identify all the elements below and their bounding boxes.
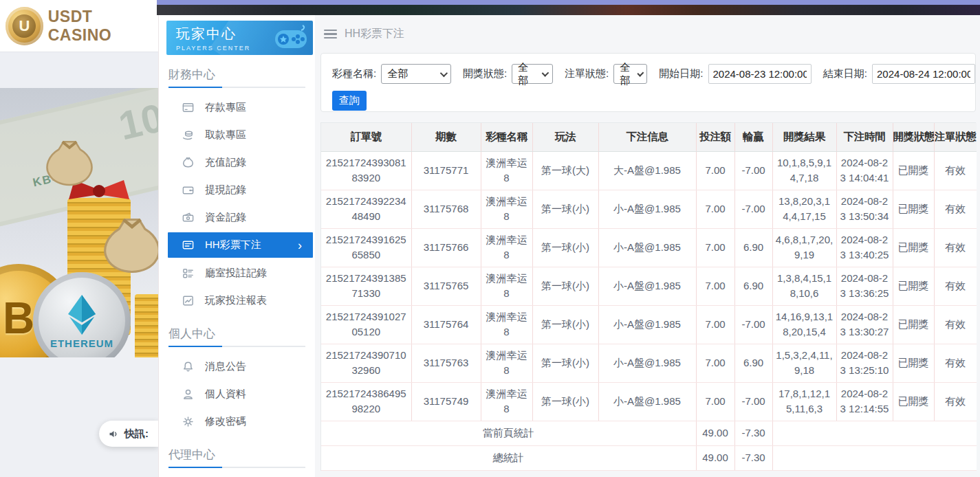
table-cell: 有效 (934, 190, 977, 228)
table-cell: 第一球(小) (532, 228, 598, 267)
money-bag-graphic (40, 131, 99, 197)
sidebar-item-withdraw-hand[interactable]: 取款專區 (159, 121, 315, 148)
table-cell: 2024-08-23 13:30:27 (836, 305, 893, 344)
table-cell: 澳洲幸运8 (481, 228, 532, 267)
end-date-label: 結束日期: (823, 67, 867, 80)
table-cell: 澳洲幸运8 (481, 344, 532, 382)
search-button[interactable]: 查詢 (332, 91, 367, 111)
table-cell: 已開獎 (893, 190, 934, 228)
sidebar-item-report[interactable]: 玩家投注報表 (159, 287, 315, 314)
column-header: 開獎狀態 (893, 123, 934, 151)
table-cell: 有效 (934, 305, 977, 344)
table-cell: 7.00 (696, 190, 734, 228)
table-cell: -7.00 (734, 305, 772, 344)
table-cell: 17,8,1,12,15,11,6,3 (772, 382, 836, 421)
report-icon (182, 294, 195, 307)
summary-bet-total: 49.00 (696, 445, 734, 470)
table-cell: 6.90 (734, 228, 772, 267)
withdraw-hand-icon (182, 129, 195, 142)
sidebar-item-hall-record[interactable]: 廳室投註記錄 (159, 259, 315, 287)
table-cell: 2152172439162565850 (321, 228, 411, 267)
table-cell: 31175765 (411, 267, 481, 305)
news-ticker-label: 快訊: (124, 428, 149, 441)
brand-logo-icon: U (6, 7, 43, 45)
money-bag-graphic (96, 206, 158, 286)
table-cell: 2024-08-23 12:14:55 (836, 382, 893, 421)
sidebar-item-document[interactable]: 代理規則說明 (159, 474, 315, 477)
table-cell: 小-A盤@1.985 (598, 228, 696, 267)
sidebar-item-deposit-card[interactable]: 存款專區 (159, 93, 315, 121)
section-divider (168, 346, 305, 347)
table-row: 215217243916256585031175766澳洲幸运8第一球(小)小-… (321, 228, 977, 267)
page-title: HH彩票下注 (345, 27, 404, 41)
table-cell: 4,6,8,1,7,20,9,19 (772, 228, 836, 267)
table-cell: 2024-08-23 13:40:25 (836, 228, 893, 267)
sidebar-item-funds[interactable]: 資金記錄 (159, 203, 315, 231)
column-header: 玩法 (532, 123, 598, 151)
sidebar-item-moneybag[interactable]: 充值記錄 (159, 148, 315, 176)
table-cell: 1,5,3,2,4,11,9,18 (772, 344, 836, 382)
sidebar-section-title: 代理中心 (168, 447, 305, 463)
left-pane-footer (0, 357, 158, 477)
table-cell: 大-A盤@1.985 (598, 151, 696, 190)
menu-toggle-icon[interactable] (324, 30, 337, 39)
sidebar-item-wallet[interactable]: 提現記錄 (159, 176, 315, 203)
table-cell: 2152172439138571330 (321, 267, 411, 305)
table-cell: 2152172438649598220 (321, 382, 411, 421)
table-cell: 已開獎 (893, 344, 934, 382)
ethereum-label: ETHEREUM (50, 337, 113, 349)
table-cell: 2024-08-23 13:25:10 (836, 344, 893, 382)
sidebar-item-label: 存款專區 (205, 101, 246, 114)
sidebar-item-label: 廳室投註記錄 (205, 267, 267, 280)
order-status-select[interactable]: 全部 (613, 64, 647, 84)
lottery-name-label: 彩種名稱: (332, 67, 376, 80)
bitcoin-symbol: B (3, 293, 34, 344)
start-date-input[interactable] (708, 64, 812, 84)
draw-status-select[interactable]: 全部 (512, 64, 553, 84)
table-cell: 31175766 (411, 228, 481, 267)
chevron-down-icon (542, 69, 549, 77)
sidebar-item-label: 個人資料 (205, 388, 246, 401)
lottery-ticket-icon (182, 238, 195, 252)
speaker-icon (108, 428, 120, 440)
column-header: 訂單號 (321, 123, 411, 151)
chevron-right-icon: › (298, 239, 302, 252)
table-cell: 14,16,9,13,18,20,15,4 (772, 305, 836, 344)
table-cell: 小-A盤@1.985 (598, 190, 696, 228)
draw-status-label: 開獎狀態: (463, 67, 507, 80)
table-cell: 澳洲幸运8 (481, 190, 532, 228)
table-row: 215217243913857133031175765澳洲幸运8第一球(小)小-… (321, 267, 977, 305)
column-header: 注單狀態 (934, 123, 977, 151)
table-row: 215217243930818392031175771澳洲幸运8第一球(大)大-… (321, 151, 977, 190)
table-cell: 有效 (934, 228, 977, 267)
table-cell: 有效 (934, 151, 977, 190)
sidebar-item-lottery-ticket[interactable]: HH彩票下注› (168, 232, 313, 258)
column-header: 下注時間 (836, 123, 893, 151)
money-hero-graphic: 100 KB46279 B ETHEREUM (0, 88, 158, 357)
news-ticker-pill[interactable]: 快訊: (99, 421, 158, 447)
table-cell: 1,3,8,4,15,18,10,6 (772, 267, 836, 305)
table-cell: 31175768 (411, 190, 481, 228)
top-accent-bar (157, 0, 980, 5)
table-cell: 31175763 (411, 344, 481, 382)
moneybag-icon (182, 156, 195, 169)
sidebar-item-bell[interactable]: 消息公告 (159, 353, 315, 380)
table-cell: -7.00 (734, 382, 772, 421)
page-total-row: 當前頁統計49.00-7.30 (321, 421, 977, 445)
sidebar-item-user[interactable]: 個人資料 (159, 380, 315, 408)
table-cell: 小-A盤@1.985 (598, 267, 696, 305)
lottery-name-select[interactable]: 全部 (381, 64, 450, 84)
gold-coin-stack-graphic (135, 294, 158, 357)
summary-empty-cell (772, 445, 977, 470)
sidebar-item-label: 提現記錄 (205, 184, 246, 197)
table-cell: 7.00 (696, 267, 734, 305)
table-cell: 7.00 (696, 228, 734, 267)
gear-icon (182, 415, 195, 428)
table-cell: 2152172439223448490 (321, 190, 411, 228)
end-date-input[interactable] (872, 64, 975, 84)
table-cell: 2152172439071032960 (321, 344, 411, 382)
logo-bar: U USDT CASINO (0, 0, 158, 52)
sidebar-item-gear[interactable]: 修改密碼 (159, 408, 315, 435)
table-cell: 有效 (934, 382, 977, 421)
sidebar-section-title: 個人中心 (168, 326, 305, 342)
